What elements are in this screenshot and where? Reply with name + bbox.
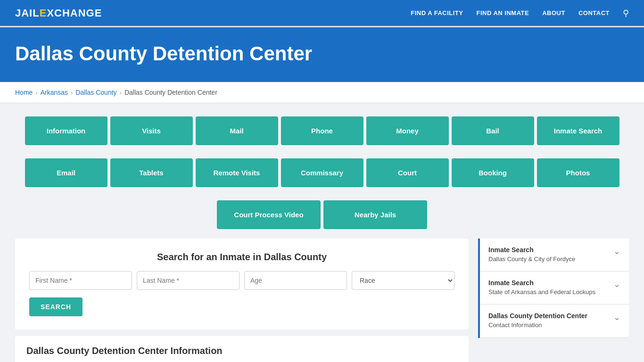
nav-find-inmate[interactable]: FIND AN INMATE (476, 9, 529, 16)
btn-court-process-video[interactable]: Court Process Video (217, 200, 321, 229)
btn-inmate-search[interactable]: Inmate Search (537, 116, 619, 145)
btn-visits[interactable]: Visits (110, 116, 193, 145)
sidebar-item-3[interactable]: Dallas County Detention Center Contact I… (480, 304, 629, 337)
hero-section: Dallas County Detention Center (0, 27, 644, 82)
sidebar-item-3-title: Dallas County Detention Center (488, 312, 609, 320)
sidebar-item-3-text: Dallas County Detention Center Contact I… (488, 312, 609, 329)
btn-money[interactable]: Money (366, 116, 449, 145)
race-select[interactable]: Race (352, 271, 454, 290)
chevron-down-icon-2: ⌄ (613, 279, 620, 289)
btn-photos[interactable]: Photos (537, 158, 619, 187)
grid-row-2: Email Tablets Remote Visits Commissary C… (15, 158, 629, 187)
nav-find-facility[interactable]: FIND A FACILITY (411, 9, 463, 16)
btn-booking[interactable]: Booking (452, 158, 534, 187)
breadcrumb-current: Dallas County Detention Center (124, 89, 217, 96)
btn-email[interactable]: Email (25, 158, 107, 187)
sidebar-item-2-title: Inmate Search (488, 279, 609, 287)
btn-commissary[interactable]: Commissary (281, 158, 363, 187)
breadcrumb-dallas-county[interactable]: Dallas County (75, 89, 116, 96)
breadcrumb-arkansas[interactable]: Arkansas (41, 89, 68, 96)
nav-about[interactable]: ABOUT (542, 9, 565, 16)
btn-phone[interactable]: Phone (281, 116, 363, 145)
sidebar-item-1[interactable]: Inmate Search Dallas County & City of Fo… (480, 239, 629, 272)
breadcrumb-sep-2: › (71, 89, 73, 96)
first-name-input[interactable] (29, 271, 132, 290)
btn-nearby-jails[interactable]: Nearby Jails (323, 200, 427, 229)
sidebar-item-2-sub: State of Arkansas and Federal Lockups (488, 288, 609, 296)
last-name-input[interactable] (137, 271, 239, 290)
btn-bail[interactable]: Bail (452, 116, 534, 145)
main-content: Information Visits Mail Phone Money Bail… (0, 103, 644, 362)
sidebar-item-1-title: Inmate Search (488, 246, 609, 254)
breadcrumb-sep-1: › (35, 89, 37, 96)
btn-mail[interactable]: Mail (196, 116, 278, 145)
content-area: Search for an Inmate in Dallas County Ra… (15, 239, 629, 362)
chevron-down-icon-1: ⌄ (613, 246, 620, 256)
sidebar-item-2[interactable]: Inmate Search State of Arkansas and Fede… (480, 272, 629, 304)
sidebar: Inmate Search Dallas County & City of Fo… (478, 239, 629, 338)
logo-xchange: XCHANGE (47, 7, 102, 19)
site-logo[interactable]: JAILEXCHANGE (15, 7, 102, 19)
sidebar-item-3-sub: Contact Information (488, 321, 609, 329)
search-icon[interactable]: ⚲ (623, 8, 629, 18)
btn-tablets[interactable]: Tablets (110, 158, 193, 187)
page-title: Dallas County Detention Center (15, 42, 629, 65)
breadcrumb: Home › Arkansas › Dallas County › Dallas… (0, 82, 644, 103)
info-section: Dallas County Detention Center Informati… (15, 336, 469, 362)
grid-row-1: Information Visits Mail Phone Money Bail… (15, 116, 629, 145)
sidebar-item-1-sub: Dallas County & City of Fordyce (488, 255, 609, 263)
breadcrumb-home[interactable]: Home (15, 89, 33, 96)
navbar: JAILEXCHANGE FIND A FACILITY FIND AN INM… (0, 0, 644, 27)
search-fields: Race (29, 271, 454, 290)
sidebar-item-1-text: Inmate Search Dallas County & City of Fo… (488, 246, 609, 263)
nav-links: FIND A FACILITY FIND AN INMATE ABOUT CON… (411, 8, 629, 18)
nav-contact[interactable]: CONTACT (578, 9, 610, 16)
grid-row-3: Court Process Video Nearby Jails (15, 200, 629, 229)
btn-information[interactable]: Information (25, 116, 107, 145)
chevron-down-icon-3: ⌄ (613, 312, 620, 322)
btn-remote-visits[interactable]: Remote Visits (196, 158, 278, 187)
sidebar-item-2-text: Inmate Search State of Arkansas and Fede… (488, 279, 609, 296)
age-input[interactable] (244, 271, 347, 290)
breadcrumb-sep-3: › (120, 89, 122, 96)
logo-ex: E (40, 7, 47, 19)
info-title: Dallas County Detention Center Informati… (26, 346, 457, 356)
search-title: Search for an Inmate in Dallas County (29, 252, 454, 263)
btn-court[interactable]: Court (366, 158, 449, 187)
inmate-search-panel: Search for an Inmate in Dallas County Ra… (15, 239, 469, 329)
logo-jail: JAIL (15, 7, 40, 19)
search-button[interactable]: SEARCH (29, 297, 83, 316)
